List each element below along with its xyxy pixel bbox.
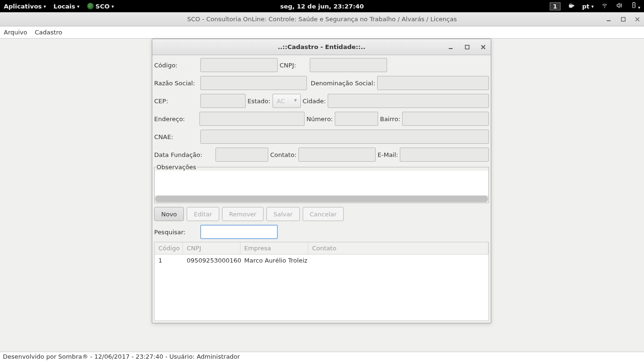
cep-field[interactable] [200, 94, 246, 108]
entities-table: Código CNPJ Empresa Contato 1 0950925300… [154, 242, 489, 321]
endereco-field[interactable] [199, 112, 305, 126]
observacoes-scrollbar[interactable] [155, 196, 488, 202]
menu-cadastro[interactable]: Cadastro [35, 29, 62, 36]
label-estado: Estado: [248, 98, 271, 105]
label-contato: Contato: [270, 151, 297, 158]
wifi-icon[interactable] [601, 2, 608, 10]
main-close-button[interactable] [634, 16, 641, 23]
denominacao-social-field[interactable] [377, 76, 489, 90]
editar-button[interactable]: Editar [187, 207, 219, 221]
codigo-field[interactable] [200, 58, 278, 72]
novo-button[interactable]: Novo [154, 207, 184, 221]
menubar: Arquivo Cadastro [0, 26, 644, 39]
label-razao: Razão Social: [154, 80, 198, 87]
menu-arquivo[interactable]: Arquivo [4, 29, 27, 36]
cidade-field[interactable] [328, 94, 489, 108]
pesquisar-input[interactable] [200, 225, 278, 239]
svg-rect-4 [449, 48, 453, 49]
main-maximize-button[interactable] [619, 16, 627, 23]
cadastro-entidade-dialog: ..::Cadastro - Entidade::.. Código: [152, 39, 491, 323]
th-empresa[interactable]: Empresa [240, 242, 308, 254]
table-row[interactable]: 1 09509253000160 Marco Aurélio Troleiz [155, 255, 488, 266]
main-window: SCO - Consultoria OnLine: Controle: Saúd… [0, 12, 644, 362]
observacoes-group: Observações [154, 164, 489, 203]
applications-menu[interactable]: Aplicativos [4, 3, 46, 10]
cell-empresa: Marco Aurélio Troleiz [240, 256, 396, 265]
th-codigo[interactable]: Código [155, 242, 183, 254]
main-titlebar: SCO - Consultoria OnLine: Controle: Saúd… [0, 12, 644, 26]
label-fundacao: Data Fundação: [154, 151, 214, 158]
label-cnpj: CNPJ: [280, 62, 308, 69]
cell-contato [396, 256, 488, 265]
label-observacoes: Observações [156, 164, 197, 171]
entity-form: Código: CNPJ: Razão Social: Denominação … [152, 55, 491, 163]
remover-button[interactable]: Remover [222, 207, 264, 221]
statusbar: Desenvolvido por Sombra® - 12/06/2017 - … [0, 352, 644, 362]
cnae-field[interactable] [200, 130, 489, 144]
svg-rect-2 [607, 20, 611, 21]
active-app-menu[interactable]: SCO [87, 3, 114, 10]
app-icon [87, 3, 94, 9]
places-menu[interactable]: Locais [54, 3, 80, 10]
table-header: Código CNPJ Empresa Contato [155, 242, 488, 255]
contato-field[interactable] [298, 148, 376, 162]
main-window-title: SCO - Consultoria OnLine: Controle: Saúd… [187, 16, 457, 23]
svg-rect-5 [465, 45, 469, 49]
bairro-field[interactable] [402, 112, 489, 126]
label-cnae: CNAE: [154, 133, 198, 140]
cancelar-button[interactable]: Cancelar [303, 207, 344, 221]
power-icon[interactable]: ▾ [630, 2, 640, 10]
observacoes-textarea[interactable] [155, 171, 488, 195]
label-denominacao: Denominação Social: [311, 80, 375, 87]
volume-icon[interactable] [616, 2, 623, 10]
dialog-maximize-button[interactable] [463, 43, 471, 51]
table-body: 1 09509253000160 Marco Aurélio Troleiz [155, 255, 488, 321]
label-numero: Número: [306, 115, 333, 123]
main-minimize-button[interactable] [605, 16, 613, 23]
th-cnpj[interactable]: CNPJ [183, 242, 240, 254]
label-email: E-Mail: [378, 151, 398, 158]
label-endereco: Endereço: [154, 115, 198, 123]
keyboard-layout[interactable]: pt [582, 3, 594, 10]
numero-field[interactable] [335, 112, 378, 126]
razao-social-field[interactable] [200, 76, 307, 90]
workspace-indicator[interactable]: 1 [550, 2, 561, 10]
client-area: ..::Cadastro - Entidade::.. Código: [0, 39, 644, 352]
clock[interactable]: seg, 12 de jun, 23:27:40 [280, 3, 364, 10]
dialog-titlebar: ..::Cadastro - Entidade::.. [152, 39, 491, 55]
dialog-title: ..::Cadastro - Entidade::.. [278, 43, 365, 50]
coffee-icon[interactable] [568, 2, 575, 10]
svg-rect-3 [621, 17, 625, 21]
cell-cnpj: 09509253000160 [183, 256, 240, 265]
email-field[interactable] [400, 148, 489, 162]
status-text: Desenvolvido por Sombra® - 12/06/2017 - … [3, 353, 240, 360]
salvar-button[interactable]: Salvar [266, 207, 300, 221]
label-pesquisar: Pesquisar: [154, 229, 198, 236]
label-bairro: Bairro: [380, 115, 400, 123]
label-codigo: Código: [154, 62, 198, 69]
dialog-close-button[interactable] [479, 43, 487, 51]
label-cidade: Cidade: [303, 98, 326, 105]
svg-rect-1 [634, 2, 635, 2]
cnpj-field[interactable] [310, 58, 387, 72]
label-cep: CEP: [154, 98, 198, 105]
th-contato[interactable]: Contato [308, 242, 488, 254]
active-app-label: SCO [96, 3, 110, 10]
estado-select[interactable]: AC [272, 94, 301, 108]
dialog-minimize-button[interactable] [447, 43, 455, 51]
action-toolbar: Novo Editar Remover Salvar Cancelar [152, 203, 491, 223]
cell-codigo: 1 [155, 256, 183, 265]
gnome-top-panel: Aplicativos Locais SCO seg, 12 de jun, 2… [0, 0, 644, 12]
data-fundacao-field[interactable] [215, 148, 268, 162]
